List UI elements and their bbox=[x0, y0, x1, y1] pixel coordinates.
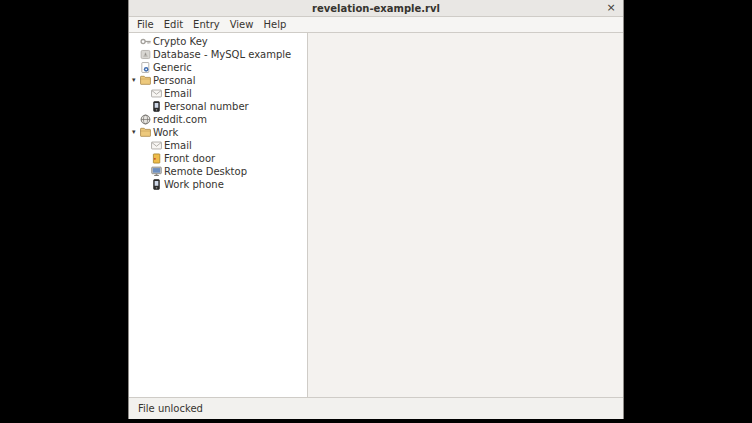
tree-row[interactable]: reddit.com bbox=[129, 113, 307, 126]
tree-item-label: Email bbox=[164, 87, 192, 100]
phone-icon bbox=[151, 101, 162, 112]
menubar: File Edit Entry View Help bbox=[129, 17, 623, 33]
expander-icon[interactable]: ▾ bbox=[131, 74, 140, 87]
tree-item-label: Personal bbox=[153, 74, 196, 87]
tree-row[interactable]: ▾ Personal bbox=[129, 74, 307, 87]
door-icon bbox=[151, 153, 162, 164]
tree-row[interactable]: Generic bbox=[129, 61, 307, 74]
folder-icon bbox=[140, 127, 151, 138]
content-area: Crypto Key Database - MySQL example Gene… bbox=[129, 33, 623, 397]
menu-item-label: File bbox=[137, 19, 154, 30]
tree-item-label: Front door bbox=[164, 152, 215, 165]
desktop-background: revelation-example.rvl × File Edit Entry… bbox=[0, 0, 752, 423]
status-text: File unlocked bbox=[138, 403, 203, 414]
tree-row[interactable]: Database - MySQL example bbox=[129, 48, 307, 61]
statusbar: File unlocked bbox=[129, 397, 623, 419]
menu-item-label: Edit bbox=[164, 19, 183, 30]
tree-row[interactable]: Personal number bbox=[129, 100, 307, 113]
tree-row[interactable]: Email bbox=[129, 87, 307, 100]
titlebar[interactable]: revelation-example.rvl × bbox=[129, 0, 623, 17]
tree-item-label: reddit.com bbox=[153, 113, 207, 126]
tree-item-label: Generic bbox=[153, 61, 192, 74]
tree-item-label: Email bbox=[164, 139, 192, 152]
menu-item-help[interactable]: Help bbox=[258, 17, 291, 32]
menu-item-label: Help bbox=[263, 19, 286, 30]
close-icon[interactable]: × bbox=[604, 1, 618, 15]
tree-item-label: Work bbox=[153, 126, 178, 139]
tree-row[interactable]: Crypto Key bbox=[129, 35, 307, 48]
tree-row[interactable]: Front door bbox=[129, 152, 307, 165]
tree-row[interactable]: Email bbox=[129, 139, 307, 152]
tree-item-label: Work phone bbox=[164, 178, 224, 191]
database-icon bbox=[140, 49, 151, 60]
folder-icon bbox=[140, 75, 151, 86]
tree-row[interactable]: ▾ Work bbox=[129, 126, 307, 139]
website-icon bbox=[140, 114, 151, 125]
generic-icon bbox=[140, 62, 151, 73]
tree-item-label: Crypto Key bbox=[153, 35, 208, 48]
menu-item-view[interactable]: View bbox=[225, 17, 259, 32]
window-title: revelation-example.rvl bbox=[312, 3, 440, 14]
menu-item-label: View bbox=[230, 19, 254, 30]
entry-detail-pane bbox=[308, 33, 623, 397]
tree-row[interactable]: Remote Desktop bbox=[129, 165, 307, 178]
expander-icon[interactable]: ▾ bbox=[131, 126, 140, 139]
tree-item-label: Personal number bbox=[164, 100, 249, 113]
email-icon bbox=[151, 88, 162, 99]
key-icon bbox=[140, 36, 151, 47]
tree: Crypto Key Database - MySQL example Gene… bbox=[129, 33, 308, 397]
tree-item-label: Database - MySQL example bbox=[153, 48, 291, 61]
tree-row[interactable]: Work phone bbox=[129, 178, 307, 191]
email-icon bbox=[151, 140, 162, 151]
remote-desktop-icon bbox=[151, 166, 162, 177]
phone-icon bbox=[151, 179, 162, 190]
app-window: revelation-example.rvl × File Edit Entry… bbox=[128, 0, 624, 419]
menu-item-edit[interactable]: Edit bbox=[159, 17, 188, 32]
menu-item-label: Entry bbox=[193, 19, 220, 30]
tree-item-label: Remote Desktop bbox=[164, 165, 247, 178]
menu-item-entry[interactable]: Entry bbox=[188, 17, 225, 32]
menu-item-file[interactable]: File bbox=[132, 17, 159, 32]
